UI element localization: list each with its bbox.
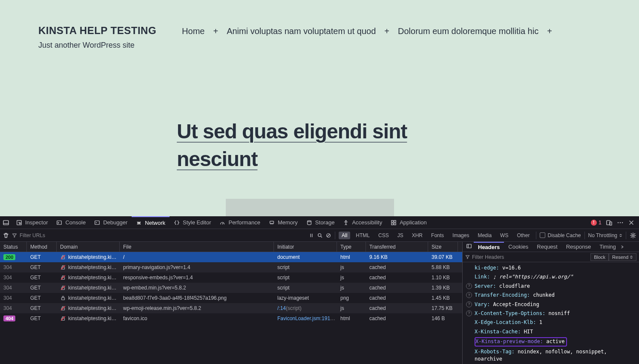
error-count-badge[interactable]: ! 1 xyxy=(591,219,602,226)
svg-line-27 xyxy=(321,236,322,237)
site-header: KINSTA HELP TESTING Just another WordPre… xyxy=(0,0,639,50)
col-domain[interactable]: Domain xyxy=(57,242,120,252)
nav-link[interactable]: Animi voluptas nam voluptatem ut quod xyxy=(227,26,376,36)
svg-point-19 xyxy=(618,222,619,223)
insecure-icon xyxy=(60,264,66,270)
filter-urls-input[interactable]: Filter URLs xyxy=(12,232,45,238)
throttling-select[interactable]: No Throttling xyxy=(588,232,622,238)
filter-pill-css[interactable]: CSS xyxy=(375,232,392,239)
insecure-icon xyxy=(60,275,66,281)
svg-line-29 xyxy=(327,234,329,236)
svg-line-6 xyxy=(222,223,223,224)
tab-storage[interactable]: Storage xyxy=(302,216,339,229)
filter-pill-xhr[interactable]: XHR xyxy=(409,232,426,239)
checkbox-icon xyxy=(540,232,545,238)
header-row: X-Edge-Location-Klb 1 xyxy=(466,318,639,327)
resend-button[interactable]: Resend xyxy=(609,253,636,261)
console-icon xyxy=(56,220,62,226)
table-row[interactable]: 404GETkinstahelptesting.ki…favicon.icoFa… xyxy=(0,313,462,324)
tab-response[interactable]: Response xyxy=(562,242,596,252)
tab-style-editor[interactable]: Style Editor xyxy=(170,216,215,229)
svg-rect-18 xyxy=(610,222,612,225)
svg-rect-16 xyxy=(394,223,396,224)
header-row: ?Transfer-Encoding chunked xyxy=(466,291,639,300)
submenu-toggle-icon[interactable]: + xyxy=(384,26,389,36)
tab-request[interactable]: Request xyxy=(532,242,561,252)
col-file[interactable]: File xyxy=(120,242,274,252)
filter-pill-media[interactable]: Media xyxy=(475,232,495,239)
svg-point-12 xyxy=(345,220,347,221)
col-type[interactable]: Type xyxy=(337,242,366,252)
filter-pill-js[interactable]: JS xyxy=(394,232,406,239)
svg-rect-39 xyxy=(62,298,65,300)
more-tabs-icon[interactable] xyxy=(620,242,626,252)
close-icon[interactable] xyxy=(628,219,635,226)
col-status[interactable]: Status xyxy=(0,242,27,252)
insecure-icon xyxy=(60,254,66,260)
filter-headers-input[interactable]: Filter Headers xyxy=(465,254,504,260)
clear-icon[interactable] xyxy=(3,232,9,239)
insecure-icon xyxy=(60,285,66,291)
block-button[interactable]: Block xyxy=(590,253,609,261)
wordpress-page: KINSTA HELP TESTING Just another WordPre… xyxy=(0,0,639,216)
help-icon[interactable]: ? xyxy=(466,292,472,298)
submenu-toggle-icon[interactable]: + xyxy=(213,26,218,36)
style-editor-icon xyxy=(174,220,180,226)
tab-application[interactable]: Application xyxy=(386,216,431,229)
col-method[interactable]: Method xyxy=(27,242,57,252)
help-icon[interactable]: ? xyxy=(466,283,472,289)
filter-pill-ws[interactable]: WS xyxy=(497,232,511,239)
svg-rect-14 xyxy=(394,220,396,222)
devtools-panel: Inspector Console Debugger Network Style… xyxy=(0,216,639,364)
dock-icon[interactable] xyxy=(3,219,9,226)
col-transferred[interactable]: Transferred xyxy=(366,242,428,252)
svg-rect-7 xyxy=(270,221,274,223)
debugger-icon xyxy=(94,220,100,226)
search-icon[interactable] xyxy=(317,232,323,238)
nav-link[interactable]: Dolorum eum doloremque mollitia hic xyxy=(398,26,538,36)
site-title[interactable]: KINSTA HELP TESTING xyxy=(38,25,156,37)
nav-link-home[interactable]: Home xyxy=(182,26,204,36)
filter-pill-html[interactable]: HTML xyxy=(353,232,373,239)
table-row[interactable]: 304GETkinstahelptesting.ki…wp-emoji-rele… xyxy=(0,303,462,313)
tab-debugger[interactable]: Debugger xyxy=(90,216,132,229)
nav-item: Dolorum eum doloremque mollitia hic + xyxy=(398,26,552,36)
help-icon[interactable]: ? xyxy=(466,310,472,316)
settings-icon[interactable] xyxy=(630,232,636,239)
tab-cookies[interactable]: Cookies xyxy=(504,242,532,252)
tab-performance[interactable]: Performance xyxy=(215,216,264,229)
disable-cache-checkbox[interactable]: Disable Cache xyxy=(540,232,581,238)
site-identity: KINSTA HELP TESTING Just another WordPre… xyxy=(38,22,156,50)
filter-pill-images[interactable]: Images xyxy=(449,232,472,239)
lock-icon xyxy=(60,295,66,301)
post-title-link[interactable]: Ut sed quas eligendi sint nesciunt xyxy=(177,120,407,170)
filter-pill-fonts[interactable]: Fonts xyxy=(428,232,447,239)
submenu-toggle-icon[interactable]: + xyxy=(547,26,552,36)
filter-icon xyxy=(465,255,470,259)
tab-memory[interactable]: Memory xyxy=(265,216,302,229)
request-list: Status Method Domain File Initiator Type… xyxy=(0,242,462,364)
tab-network[interactable]: Network xyxy=(132,216,170,229)
table-row[interactable]: 200GETkinstahelptesting.ki…/documenthtml… xyxy=(0,252,462,262)
table-row[interactable]: 304GETkinstahelptesting.ki…primary-navig… xyxy=(0,262,462,272)
table-row[interactable]: 304GETkinstahelptesting.ki…wp-embed.min.… xyxy=(0,283,462,293)
tab-headers[interactable]: Headers xyxy=(474,242,504,252)
responsive-mode-icon[interactable] xyxy=(606,219,613,226)
header-row: X-Kinsta-Cache HIT xyxy=(466,327,639,336)
help-icon[interactable]: ? xyxy=(466,301,472,307)
header-row: ?Vary Accept-Encoding xyxy=(466,300,639,309)
table-row[interactable]: 304GETkinstahelptesting.ki…bea8d807-f7e9… xyxy=(0,293,462,303)
col-size[interactable]: Size xyxy=(428,242,458,252)
tab-inspector[interactable]: Inspector xyxy=(12,216,52,229)
collapse-icon[interactable] xyxy=(466,243,472,250)
meatball-menu-icon[interactable] xyxy=(617,219,624,226)
tab-console[interactable]: Console xyxy=(52,216,90,229)
block-icon[interactable] xyxy=(325,232,331,238)
col-initiator[interactable]: Initiator xyxy=(274,242,337,252)
table-row[interactable]: 304GETkinstahelptesting.ki…responsive-em… xyxy=(0,272,462,283)
filter-pill-all[interactable]: All xyxy=(339,232,350,239)
tab-accessibility[interactable]: Accessibility xyxy=(339,216,386,229)
pause-icon[interactable] xyxy=(308,232,314,238)
tab-timing[interactable]: Timing xyxy=(595,242,620,252)
filter-pill-other[interactable]: Other xyxy=(514,232,532,239)
